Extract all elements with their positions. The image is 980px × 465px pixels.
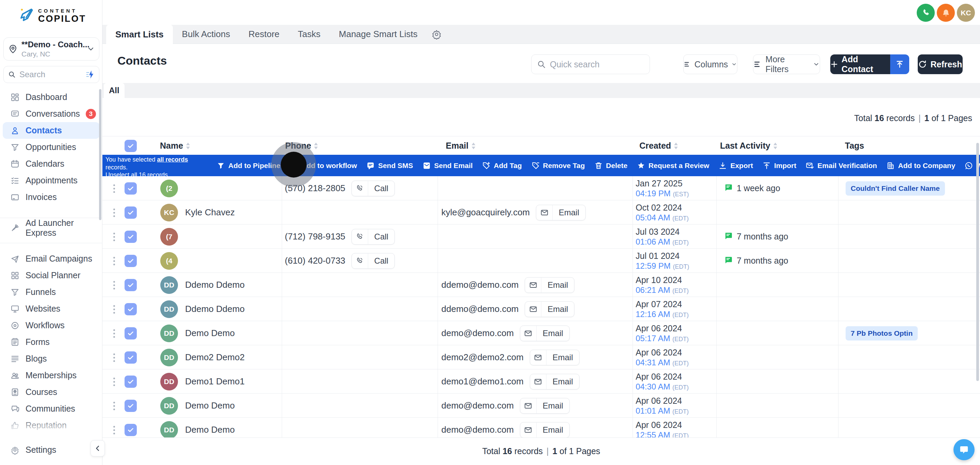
sidebar-item-conversations[interactable]: Conversations3 <box>0 105 102 122</box>
tab-tasks[interactable]: Tasks <box>288 25 329 44</box>
bulk-action-email-verification[interactable]: Email Verification <box>805 161 877 170</box>
tag-pill[interactable]: 7 Pb Photos Optin <box>846 326 918 341</box>
sidebar-collapse-button[interactable] <box>91 440 105 457</box>
chat-widget-button[interactable] <box>953 439 975 460</box>
bulk-action-import[interactable]: Import <box>762 161 796 170</box>
row-checkbox[interactable] <box>124 206 137 219</box>
sidebar-item-dashboard[interactable]: Dashboard <box>0 89 102 105</box>
row-menu-kebab-icon[interactable] <box>111 303 118 315</box>
contact-email[interactable]: demo@demo.com <box>441 328 514 338</box>
sidebar-item-forms[interactable]: Forms <box>0 334 102 350</box>
column-header-email[interactable]: Email <box>446 136 476 155</box>
bulk-action-add-tag[interactable]: Add Tag <box>482 161 522 170</box>
call-button[interactable]: Call <box>352 229 395 244</box>
row-menu-kebab-icon[interactable] <box>111 183 118 194</box>
contact-name[interactable]: Demo Demo <box>185 394 235 418</box>
email-button[interactable]: Email <box>536 205 585 221</box>
sidebar-item-opportunities[interactable]: Opportunities <box>0 139 102 156</box>
column-header-last-activity[interactable]: Last Activity <box>720 136 778 155</box>
email-button[interactable]: Email <box>520 398 570 414</box>
bulk-action-add-to-workflow[interactable]: Add to workflow <box>290 161 357 170</box>
add-contact-button[interactable]: Add Contact <box>830 54 890 74</box>
column-header-created[interactable]: Created <box>640 136 678 155</box>
contact-phone[interactable]: (570) 218-2805 <box>285 183 345 194</box>
import-contacts-button[interactable] <box>890 54 909 74</box>
contact-name[interactable]: Ddemo Ddemo <box>185 273 245 297</box>
email-button[interactable]: Email <box>525 302 574 317</box>
contact-email[interactable]: demo1@demo1.com <box>441 376 524 387</box>
notifications-button[interactable] <box>937 4 955 22</box>
sidebar-item-ad-launcher-express[interactable]: Ad Launcher Express <box>0 219 102 236</box>
bulk-action-export[interactable]: Export <box>718 161 753 170</box>
select-all-checkbox[interactable] <box>124 140 137 152</box>
tab-smart-lists[interactable]: Smart Lists <box>106 25 173 44</box>
sidebar-item-calendars[interactable]: Calendars <box>0 156 102 172</box>
email-button[interactable]: Email <box>530 374 579 389</box>
row-checkbox[interactable] <box>124 255 137 267</box>
contact-avatar[interactable]: (7 <box>160 228 178 246</box>
smart-lists-settings-gear-icon[interactable] <box>427 25 447 44</box>
contact-email[interactable]: demo@demo.com <box>441 425 514 435</box>
email-button[interactable]: Email <box>520 422 570 438</box>
contact-name[interactable]: Demo1 Demo1 <box>185 370 245 394</box>
row-checkbox[interactable] <box>124 279 137 291</box>
row-checkbox[interactable] <box>124 183 137 195</box>
contact-name[interactable]: Ddemo Ddemo <box>185 297 245 321</box>
row-checkbox[interactable] <box>124 400 137 412</box>
bulk-action-request-a-review[interactable]: Request a Review <box>637 161 710 170</box>
location-switcher[interactable]: **Demo - Coach... Cary, NC <box>3 37 99 60</box>
sidebar-item-invoices[interactable]: Invoices <box>0 189 102 205</box>
row-menu-kebab-icon[interactable] <box>111 255 118 267</box>
row-menu-kebab-icon[interactable] <box>111 207 118 218</box>
unselect-all-link[interactable]: Unselect all 16 records <box>105 171 204 179</box>
bulk-action-delete[interactable]: Delete <box>594 161 627 170</box>
more-filters-button[interactable]: More Filters <box>753 54 820 74</box>
sidebar-item-websites[interactable]: Websites <box>0 300 102 317</box>
sidebar-item-contacts[interactable]: Contacts <box>3 122 100 139</box>
contact-email[interactable]: ddemo@demo.com <box>441 304 519 314</box>
sidebar-item-appointments[interactable]: Appointments <box>0 172 102 189</box>
contact-email[interactable]: ddemo@demo.com <box>441 279 519 290</box>
tab-bulk-actions[interactable]: Bulk Actions <box>173 25 240 44</box>
dialer-button[interactable] <box>917 4 935 22</box>
bulk-action-send-email[interactable]: Send Email <box>422 161 473 170</box>
call-button[interactable]: Call <box>352 181 395 196</box>
contact-avatar[interactable]: DD <box>160 349 178 367</box>
sidebar-item-settings[interactable]: Settings <box>0 441 102 458</box>
bulk-action-add-to-pipeline[interactable]: Add to Pipeline <box>216 161 280 170</box>
contact-avatar[interactable]: DD <box>160 373 178 390</box>
call-button[interactable]: Call <box>352 253 395 269</box>
sidebar-item-courses[interactable]: Courses <box>0 384 102 400</box>
contact-name[interactable]: Kyle Chavez <box>185 200 235 224</box>
contact-avatar[interactable]: DD <box>160 421 178 439</box>
sidebar-search-input[interactable]: Search <box>3 66 99 83</box>
sidebar-item-blogs[interactable]: Blogs <box>0 350 102 367</box>
row-menu-kebab-icon[interactable] <box>111 376 118 387</box>
all-records-link[interactable]: all records <box>157 156 188 163</box>
sidebar-item-communities[interactable]: Communities <box>0 400 102 417</box>
row-menu-kebab-icon[interactable] <box>111 279 118 291</box>
contact-avatar[interactable]: (2 <box>160 179 178 197</box>
ai-bolt-icon[interactable] <box>86 70 95 79</box>
contact-phone[interactable]: (610) 420-0733 <box>285 256 345 266</box>
contact-email[interactable]: demo@demo.com <box>441 400 514 411</box>
row-checkbox[interactable] <box>124 351 137 363</box>
sidebar-item-social-planner[interactable]: Social Planner <box>0 267 102 284</box>
row-checkbox[interactable] <box>124 424 137 436</box>
tab-all[interactable]: All <box>104 83 124 98</box>
row-checkbox[interactable] <box>124 231 137 243</box>
row-menu-kebab-icon[interactable] <box>111 328 118 339</box>
sidebar-item-workflows[interactable]: Workflows <box>0 317 102 334</box>
contact-phone[interactable]: (712) 798-9135 <box>285 231 345 242</box>
tag-pill[interactable]: Couldn't Find Caller Name <box>846 181 945 195</box>
row-checkbox[interactable] <box>124 327 137 340</box>
contact-avatar[interactable]: DD <box>160 325 178 342</box>
row-menu-kebab-icon[interactable] <box>111 400 118 412</box>
bulk-action-add-to-company[interactable]: Add to Company <box>886 161 955 170</box>
column-header-phone[interactable]: Phone <box>285 136 318 155</box>
contact-avatar[interactable]: (4 <box>160 252 178 270</box>
bulk-action-send-sms[interactable]: Send SMS <box>366 161 413 170</box>
sidebar-item-funnels[interactable]: Funnels <box>0 284 102 300</box>
contact-name[interactable]: Demo Demo <box>185 321 235 345</box>
contact-name[interactable]: Demo2 Demo2 <box>185 345 245 370</box>
